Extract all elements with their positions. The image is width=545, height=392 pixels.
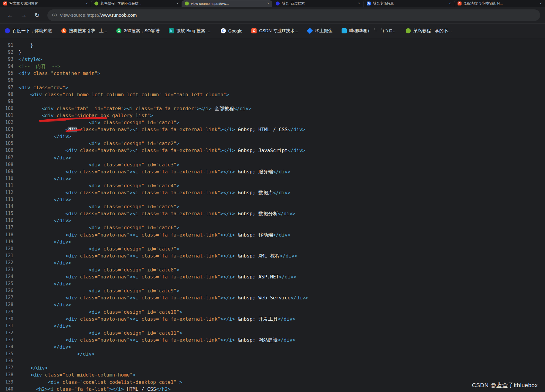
code-line: 111 <div class="design" id="cate4"> xyxy=(0,182,545,189)
selected-text: div xyxy=(68,127,77,132)
browser-tab[interactable]: view-source:https://ww...✕ xyxy=(182,0,272,7)
csdn-favicon: C xyxy=(3,2,7,5)
code-line: 100 <div class="tab" id="cate0"><i class… xyxy=(0,105,545,112)
code-line: 125 </div> xyxy=(0,280,545,287)
wanwang-favicon: 万 xyxy=(367,2,371,5)
line-number: 137 xyxy=(0,364,13,371)
bookmark-item[interactable]: CCSDN-专业IT技术... xyxy=(251,28,298,34)
line-number: 105 xyxy=(0,140,13,147)
browser-tab[interactable]: 菜鸟教程 - 学的不仅是技...✕ xyxy=(91,0,182,7)
browser-tab[interactable]: 域名_百度搜索✕ xyxy=(272,0,363,7)
code-text: </div> xyxy=(19,175,71,182)
tab-close-icon[interactable]: ✕ xyxy=(358,2,360,5)
code-text: </div> xyxy=(19,322,71,329)
code-line: 137 </div> xyxy=(0,364,545,371)
line-number: 91 xyxy=(0,42,13,49)
tab-close-icon[interactable]: ✕ xyxy=(176,2,179,5)
code-line: 107 </div> xyxy=(0,154,545,161)
csdn-icon: C xyxy=(251,28,257,33)
code-text: </div> xyxy=(19,238,71,245)
code-text: <div class="design" id="cate6"> xyxy=(19,224,179,231)
tab-close-icon[interactable]: ✕ xyxy=(86,2,88,5)
tab-title: 写文章-CSDN博客 xyxy=(9,1,83,6)
bookmark-label: Google xyxy=(228,29,243,33)
tab-close-icon[interactable]: ✕ xyxy=(540,2,542,5)
code-line: 92} xyxy=(0,49,545,56)
code-text: </div> xyxy=(19,196,71,203)
line-number: 122 xyxy=(0,259,13,266)
page-info-icon[interactable]: i xyxy=(52,13,57,17)
code-line: 96 xyxy=(0,77,545,84)
bookmark-label: CSDN-专业IT技术... xyxy=(259,28,298,34)
line-number: 129 xyxy=(0,308,13,315)
tab-title: 菜鸟教程 - 学的不仅是技... xyxy=(100,1,174,6)
runoob-favicon xyxy=(94,2,98,5)
sogou-icon: S xyxy=(61,28,66,33)
bookmark-item[interactable]: S搜狗搜索引擎 - 上... xyxy=(61,28,107,34)
line-number: 110 xyxy=(0,175,13,182)
code-text: <div class="navto-nav"><i class="fa fa-e… xyxy=(19,210,295,217)
code-line: 113 </div> xyxy=(0,196,545,203)
line-number: 115 xyxy=(0,210,13,217)
code-text: <div class="design" id="cate7"> xyxy=(19,245,179,252)
line-number: 94 xyxy=(0,63,13,70)
bookmark-item[interactable]: 百度一下，你就知道 xyxy=(5,28,52,34)
line-number: 134 xyxy=(0,343,13,350)
bookmark-item[interactable]: 菜鸟教程 - 学的不... xyxy=(406,28,451,34)
code-line: 91 } xyxy=(0,42,545,49)
reload-icon[interactable]: ↻ xyxy=(32,10,43,21)
tab-close-icon[interactable]: ✕ xyxy=(449,2,451,5)
line-number: 126 xyxy=(0,287,13,294)
code-line: 120 <div class="design" id="cate7"> xyxy=(0,245,545,252)
line-number: 92 xyxy=(0,49,13,56)
line-number: 106 xyxy=(0,147,13,154)
bookmark-item[interactable]: O360搜索，SO靠谱 xyxy=(116,28,160,34)
back-icon[interactable]: ← xyxy=(5,10,16,21)
tab-close-icon[interactable]: ✕ xyxy=(267,2,270,5)
code-line: 110 </div> xyxy=(0,175,545,182)
browser-tab[interactable]: C写文章-CSDN博客✕ xyxy=(0,0,91,7)
code-text: <div class="navto-nav"><i class="fa fa-e… xyxy=(19,126,305,133)
line-number: 118 xyxy=(0,231,13,238)
line-number: 93 xyxy=(0,56,13,63)
code-text: </div> xyxy=(19,343,71,350)
line-number: 127 xyxy=(0,294,13,301)
code-line: 103 <div class="navto-nav"><i class="fa … xyxy=(0,126,545,133)
browser-toolbar: ← → ↻ i view-source:https://www.runoob.c… xyxy=(0,7,545,24)
browser-tab[interactable]: C(1条消息) 3小时报错: N...✕ xyxy=(454,0,545,7)
bookmark-item[interactable]: GGoogle xyxy=(221,28,243,33)
line-number: 114 xyxy=(0,203,13,210)
code-text: <div class="sidebar-box gallery-list"> xyxy=(19,112,153,119)
bookmark-item[interactable]: b微软 Bing 搜索 -... xyxy=(169,28,212,34)
forward-icon[interactable]: → xyxy=(18,10,29,21)
code-text: <div class="navto-nav"><i class="fa fa-e… xyxy=(19,336,295,343)
bookmark-item[interactable]: 稀土掘金 xyxy=(307,28,332,34)
baidu-icon xyxy=(5,28,10,33)
code-line: 104 </div> xyxy=(0,133,545,140)
code-text: <div class="navto-nav"><i class="fa fa-e… xyxy=(19,315,295,322)
code-line: 98 <div class="col home-left-column left… xyxy=(0,91,545,98)
line-number: 101 xyxy=(0,112,13,119)
line-number: 111 xyxy=(0,182,13,189)
bookmark-label: 菜鸟教程 - 学的不... xyxy=(413,28,451,34)
bookmark-item[interactable]: 哔哩哔哩 ( ゜- ゜)つロ... xyxy=(342,28,397,34)
code-text: <div class="design" id="cate1"> xyxy=(19,119,179,126)
code-text: </div> xyxy=(19,280,71,287)
browser-tab[interactable]: 万域名专场特惠✕ xyxy=(363,0,454,7)
line-number: 128 xyxy=(0,301,13,308)
code-text: </div> xyxy=(19,364,48,371)
code-line: 138 <div class="col middle-column-home"> xyxy=(0,371,545,378)
code-text: </div> xyxy=(19,217,71,224)
code-line: 122 </div> xyxy=(0,259,545,266)
code-line: 129 <div class="design" id="cate10"> xyxy=(0,308,545,315)
code-text: </div> xyxy=(19,301,71,308)
url-host: www.runoob.com xyxy=(101,12,137,18)
code-text: </div> xyxy=(19,259,71,266)
line-number: 133 xyxy=(0,336,13,343)
code-line: 121 <div class="navto-nav"><i class="fa … xyxy=(0,252,545,259)
watermark: CSDN @蓝盒子itbluebox xyxy=(472,381,538,389)
line-number: 135 xyxy=(0,350,13,357)
code-line: 108 <div class="design" id="cate3"> xyxy=(0,161,545,168)
address-bar[interactable]: i view-source:https://www.runoob.com xyxy=(47,9,540,21)
tab-strip: C写文章-CSDN博客✕菜鸟教程 - 学的不仅是技...✕view-source… xyxy=(0,0,545,7)
